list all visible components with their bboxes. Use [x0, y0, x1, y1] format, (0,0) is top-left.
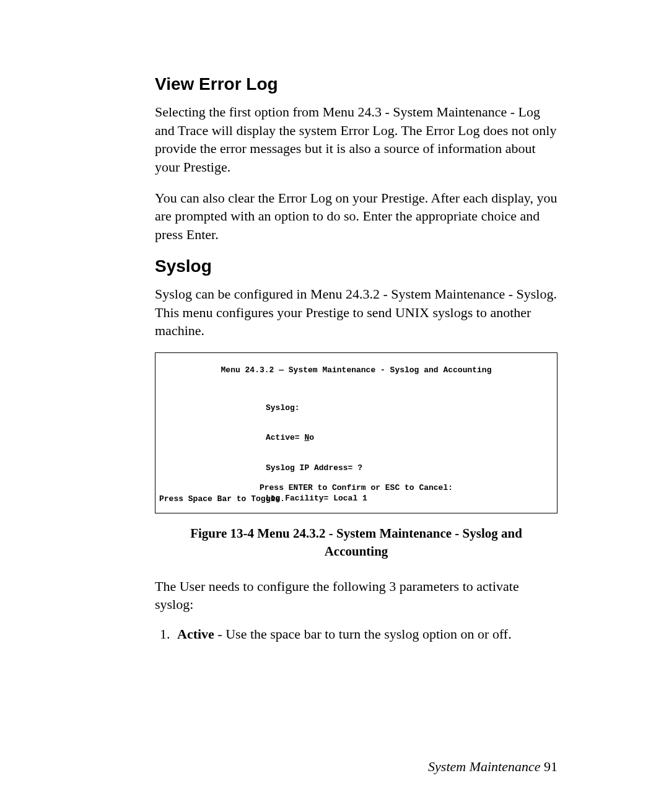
terminal-line-syslog: Syslog: — [266, 403, 552, 413]
parameter-list: Active - Use the space bar to turn the s… — [155, 626, 558, 642]
terminal-fields: Syslog: Active= No Syslog IP Address= ? … — [266, 383, 552, 513]
paragraph: You can also clear the Error Log on your… — [155, 189, 558, 244]
paragraph: Selecting the first option from Menu 24.… — [155, 103, 558, 177]
footer-page-number: 91 — [544, 759, 558, 774]
figure-caption: Figure 13-4 Menu 24.3.2 - System Mainten… — [178, 525, 534, 561]
page: View Error Log Selecting the first optio… — [0, 0, 669, 812]
paragraph: The User needs to configure the followin… — [155, 577, 558, 614]
terminal-confirm-line: Press ENTER to Confirm or ESC to Cancel: — [155, 483, 557, 493]
terminal-line-active: Active= No — [266, 433, 552, 443]
list-item-bold: Active — [177, 626, 214, 642]
heading-syslog: Syslog — [155, 256, 558, 276]
list-item-text: - Use the space bar to turn the syslog o… — [214, 626, 512, 642]
list-item: Active - Use the space bar to turn the s… — [173, 626, 558, 642]
terminal-line-facility: Log Facility= Local 1 — [266, 494, 552, 504]
terminal-toggle-line: Press Space Bar to Toggle. — [159, 494, 285, 504]
footer-section-label: System Maintenance — [428, 759, 544, 774]
terminal-screenshot: Menu 24.3.2 — System Maintenance - Syslo… — [155, 352, 558, 513]
terminal-line-ip: Syslog IP Address= ? — [266, 463, 552, 473]
page-footer: System Maintenance 91 — [428, 759, 558, 775]
heading-view-error-log: View Error Log — [155, 74, 558, 94]
paragraph: Syslog can be configured in Menu 24.3.2 … — [155, 285, 558, 340]
terminal-title: Menu 24.3.2 — System Maintenance - Syslo… — [160, 365, 552, 375]
